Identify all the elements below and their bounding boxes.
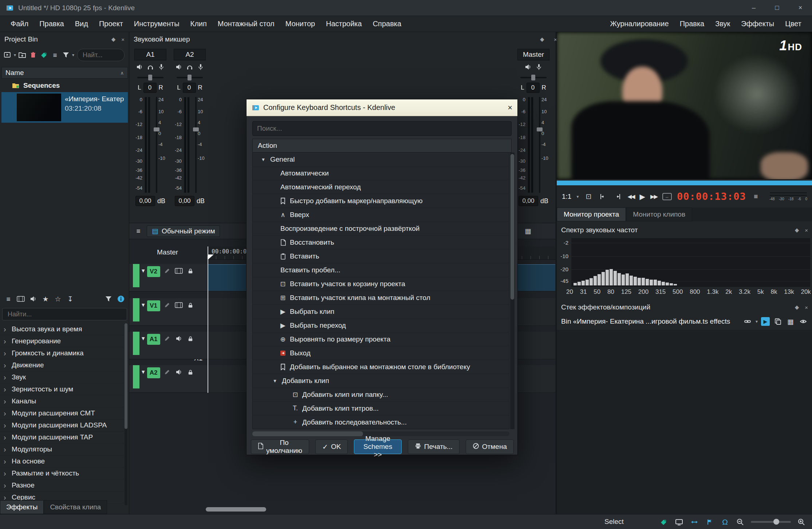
workspace-button-1[interactable]: Правка [674, 16, 710, 32]
custom-effects-icon[interactable]: ★ [41, 294, 50, 304]
effect-category-row[interactable]: ›Размытие и чёткость [0, 467, 124, 479]
menu-item-1[interactable]: Правка [34, 16, 70, 32]
maximize-button[interactable]: □ [765, 0, 789, 16]
shortcut-row[interactable]: T.Добавить клип титров... [253, 402, 509, 415]
mixer-channel-tab[interactable]: A2 [174, 49, 206, 60]
dialog-vscrollbar[interactable] [510, 153, 515, 429]
shortcut-row[interactable]: Добавить выбранное на монтажном столе в … [253, 360, 509, 374]
zoom-slider-handle[interactable] [773, 519, 779, 525]
shortcut-row[interactable]: ⊞Вставить участок клипа на монтажный сто… [253, 291, 509, 305]
menu-item-7[interactable]: Монитор [280, 16, 320, 32]
effects-search-input[interactable] [2, 308, 127, 320]
bin-menu-icon[interactable]: ≡ [50, 50, 60, 60]
workspace-button-0[interactable]: Журналирование [604, 16, 674, 32]
dialog-button-0[interactable]: По умолчанию [251, 439, 309, 454]
fit-zoom-icon[interactable] [690, 517, 699, 527]
effect-category-row[interactable]: ›Модули расширения TAP [0, 431, 124, 443]
forward-button[interactable]: ▶▶ [650, 193, 657, 200]
effect-category-row[interactable]: ›Высота звука и время [0, 323, 124, 335]
stack-close-icon[interactable]: × [805, 304, 808, 311]
lock-icon[interactable] [186, 300, 195, 310]
dialog-titlebar[interactable]: Configure Keyboard Shortcuts - Kdenlive … [247, 99, 517, 116]
monitor-overlay-icon[interactable]: ⊡ [584, 192, 593, 201]
bin-folder-row[interactable]: Sequences [1, 79, 128, 92]
track-edit-icon[interactable] [162, 334, 172, 343]
headphones-icon[interactable] [146, 62, 155, 72]
track-target-bar[interactable] [133, 298, 139, 321]
track-edit-icon[interactable] [162, 300, 172, 310]
effects-list-icon[interactable]: ≡ [4, 294, 13, 304]
flag-icon[interactable] [705, 517, 714, 527]
effect-category-row[interactable]: ›Каналы [0, 395, 124, 407]
menu-item-0[interactable]: Файл [5, 16, 34, 32]
bin-name-column-header[interactable]: Name ∧ [1, 67, 128, 79]
shortcut-row[interactable]: +Добавить последовательность... [253, 415, 509, 429]
filter-icon[interactable] [61, 50, 71, 60]
monitor-zoom-caret-icon[interactable]: ▾ [576, 194, 579, 199]
tab-clip-properties[interactable]: Свойства клипа [44, 500, 107, 514]
shortcut-row[interactable]: ▶Выбрать переход [253, 319, 509, 332]
compare-icon[interactable]: ▦ [786, 317, 795, 326]
shortcut-row[interactable]: Автоматически [253, 166, 509, 180]
pan-slider[interactable] [134, 74, 166, 82]
mic-icon[interactable] [534, 62, 544, 72]
menu-item-3[interactable]: Проект [94, 16, 129, 32]
speaker-icon[interactable] [174, 62, 184, 72]
spectrum-close-icon[interactable]: × [805, 227, 808, 233]
tag-status-icon[interactable] [659, 517, 669, 527]
mixer-float-icon[interactable]: ◆ [540, 36, 544, 43]
audio-effects-icon[interactable] [28, 294, 38, 304]
track-edit-icon[interactable] [162, 367, 172, 377]
track-label[interactable]: A1 [147, 334, 160, 345]
shortcut-row[interactable]: ▾Добавить клип [253, 374, 509, 388]
menu-item-5[interactable]: Клип [185, 16, 212, 32]
pan-spinbox[interactable]: 0 [183, 83, 196, 93]
expander-icon[interactable]: ▾ [259, 156, 268, 163]
mic-icon[interactable] [196, 62, 205, 72]
pan-slider[interactable] [174, 74, 206, 82]
spectrum-float-icon[interactable]: ◆ [795, 227, 799, 233]
menu-item-2[interactable]: Вид [70, 16, 94, 32]
link-icon[interactable] [743, 317, 752, 326]
shortcut-row[interactable]: Выход [253, 346, 509, 360]
shortcut-row[interactable]: Вставить [253, 249, 509, 263]
show-effects-icon[interactable] [799, 317, 808, 326]
shortcut-row[interactable]: ⊡Добавить клип или папку... [253, 388, 509, 402]
tag-icon[interactable] [39, 50, 49, 60]
monitor-zoom-combo[interactable]: 1:1 [562, 193, 571, 201]
speaker-icon[interactable] [174, 367, 184, 377]
workspace-button-4[interactable]: Цвет [780, 16, 807, 32]
timeline-menu-icon[interactable]: ≡ [134, 226, 143, 236]
effects-scrollbar[interactable] [125, 323, 127, 505]
video-effects-icon[interactable] [16, 294, 25, 304]
speaker-icon[interactable] [135, 62, 144, 72]
bin-search-input[interactable] [77, 49, 125, 61]
track-label[interactable]: A2 [147, 367, 160, 378]
effect-category-row[interactable]: ›Звук [0, 371, 124, 383]
bin-clip-row[interactable]: «Империя- Екатер 03:21:20:08 [1, 92, 128, 123]
menu-item-9[interactable]: Справка [367, 16, 407, 32]
shortcut-row[interactable]: Воспроизведение с построчной развёрткой [253, 222, 509, 236]
expander-icon[interactable]: ▾ [270, 378, 280, 384]
shortcut-row[interactable]: ∧Вверх [253, 208, 509, 222]
filter-dropdown-icon[interactable]: ▾ [72, 52, 74, 58]
tab-effects[interactable]: Эффекты [0, 500, 44, 514]
speaker-icon[interactable] [174, 334, 184, 343]
track-collapse-icon[interactable]: ▾ [142, 335, 145, 342]
gain-spinbox[interactable]: 0,00 [519, 196, 538, 206]
effect-category-row[interactable]: ›Модули расширения LADSPA [0, 419, 124, 431]
track-label[interactable]: V2 [147, 266, 160, 277]
zoom-slider[interactable] [751, 521, 791, 523]
play-button[interactable]: ▶ [640, 192, 645, 201]
shortcut-search-input[interactable] [252, 121, 512, 136]
mixer-channel-tab[interactable]: Master [517, 49, 549, 60]
edit-mode-combo[interactable]: ▤ Обычный режим [147, 225, 220, 237]
zoom-out-icon[interactable] [736, 517, 745, 527]
track-target-bar[interactable] [133, 365, 139, 388]
mixer-channel-tab[interactable]: A1 [134, 49, 166, 60]
track-label[interactable]: V1 [147, 300, 160, 311]
shortcut-row[interactable]: ⊡Вставить участок в корзину проекта [253, 277, 509, 291]
effect-category-row[interactable]: ›Движение [0, 359, 124, 371]
zone-in-icon[interactable] [598, 192, 608, 201]
shortcut-row[interactable]: ⊕Выровнять по размеру проекта [253, 332, 509, 346]
